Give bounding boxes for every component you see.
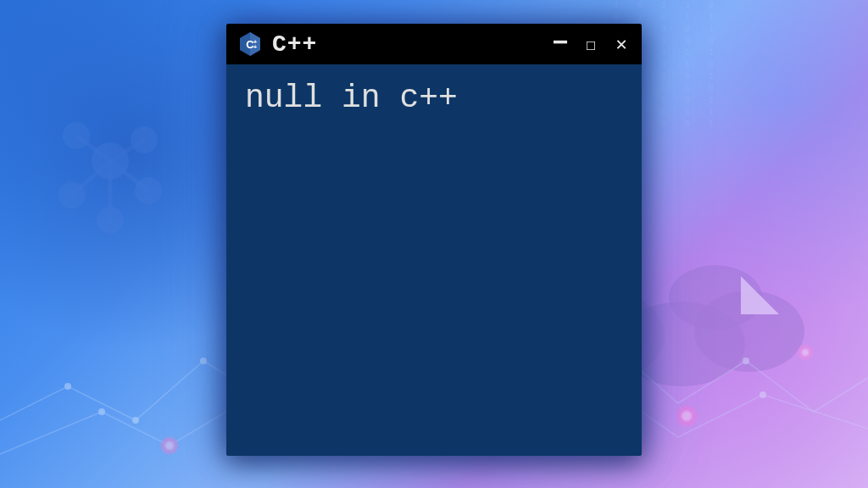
maximize-button[interactable]: ☐: [581, 36, 601, 53]
terminal-content: null in c++: [245, 80, 623, 116]
window-controls: − ☐ ✕: [550, 31, 632, 57]
titlebar[interactable]: C + + C++ − ☐ ✕: [226, 24, 642, 64]
svg-point-18: [64, 383, 71, 390]
svg-point-33: [802, 349, 809, 356]
svg-point-24: [98, 408, 105, 415]
molecule-decoration: [34, 102, 186, 254]
svg-point-31: [682, 411, 692, 421]
svg-point-19: [132, 417, 139, 424]
terminal-body[interactable]: null in c++: [226, 64, 642, 456]
terminal-window: C + + C++ − ☐ ✕ null in c++: [226, 24, 642, 456]
svg-point-29: [165, 441, 174, 450]
minimize-button[interactable]: −: [550, 29, 570, 54]
svg-text:+: +: [253, 44, 257, 50]
cpp-icon: C + +: [236, 30, 264, 58]
window-title: C++: [272, 31, 542, 58]
svg-point-20: [200, 358, 207, 364]
svg-point-23: [743, 358, 749, 364]
digital-rain-decoration: 1 0 1 1 0 0 1 0 1 1 1 1 0 0 1 0 1 1 0 0 …: [614, 0, 868, 169]
close-button[interactable]: ✕: [611, 35, 632, 53]
svg-point-27: [760, 391, 766, 398]
